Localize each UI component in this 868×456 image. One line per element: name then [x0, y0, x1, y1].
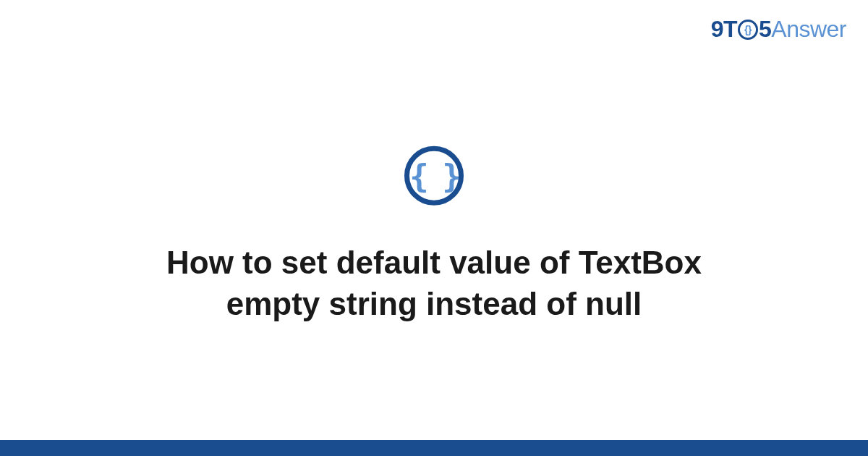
- page-title: How to set default value of TextBox empt…: [109, 242, 760, 324]
- logo-text-9t: 9T: [711, 16, 737, 42]
- site-logo: 9T{}5Answer: [711, 16, 846, 43]
- logo-text-answer: Answer: [771, 16, 846, 42]
- category-icon-circle: { }: [404, 146, 464, 206]
- main-content: { } How to set default value of TextBox …: [0, 146, 868, 324]
- logo-clock-icon: {}: [738, 20, 758, 40]
- footer-accent-bar: [0, 440, 868, 456]
- code-braces-icon: { }: [409, 157, 458, 194]
- logo-text-5: 5: [759, 16, 771, 42]
